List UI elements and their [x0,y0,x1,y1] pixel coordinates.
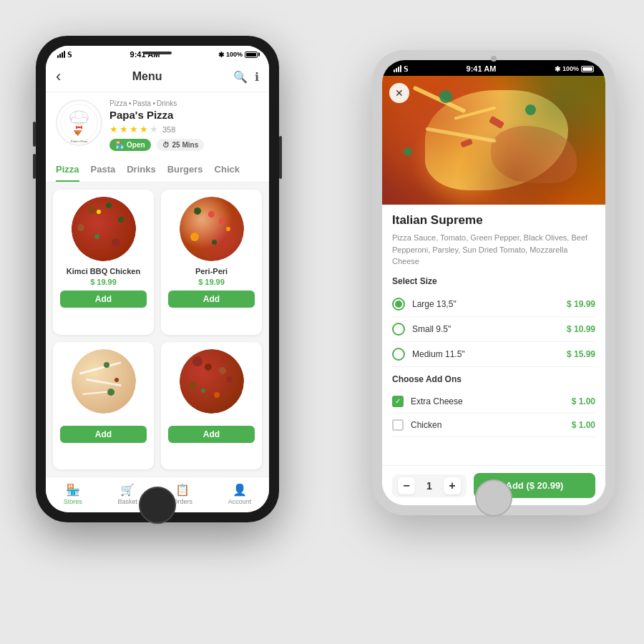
white-phone: 𝕊 9:41 AM ✱ 100% [372,50,615,515]
nav-account[interactable]: 👤 Account [228,483,252,505]
food-image-2 [180,197,244,261]
item-hero-image: ✕ [382,76,605,205]
vol-up-button [33,122,36,147]
tab-chick[interactable]: Chick [215,164,240,182]
item-title: Italian Supreme [392,213,595,228]
white-battery-icon [581,66,594,72]
basket-label: Basket [117,498,137,505]
time-label: 25 Mins [172,141,199,149]
addon-name-chicken: Chicken [411,420,441,430]
addon-extra-cheese[interactable]: ✓ Extra Cheese $ 1.00 [392,390,595,414]
addon-name-cheese: Extra Cheese [411,396,463,406]
white-signal: 𝕊 [394,65,408,73]
back-button[interactable]: ‹ [56,67,61,86]
search-icon[interactable]: 🔍 [233,70,248,84]
plus-button[interactable]: + [444,477,461,494]
checkbox-chicken[interactable] [392,419,404,431]
food-image-3 [72,349,136,414]
food-card-4: Add [161,342,262,470]
food-card-1: Kimci BBQ Chicken $ 19.99 Add [53,190,154,335]
white-battery: ✱ 100% [555,65,594,73]
white-time-display: 9:41 AM [467,64,497,73]
basket-icon: 🛒 [120,483,135,497]
stores-icon: 🏪 [66,483,80,497]
signal-status: 𝕊 [57,51,72,59]
close-button[interactable]: ✕ [389,83,409,103]
category-tabs: Pizza Pasta Drinks Burgers Chick [46,158,269,182]
svg-point-9 [78,134,79,135]
restaurant-name: Papa's Pizza [109,109,259,121]
account-label: Account [228,498,252,505]
item-description: Pizza Sauce, Tomato, Green Pepper, Black… [392,232,595,268]
header-title: Menu [132,70,162,83]
battery-status: ✱ 100% [218,51,258,59]
size-name-medium: Medium 11.5" [412,349,465,359]
white-status-bar: 𝕊 9:41 AM ✱ 100% [382,60,605,76]
size-price-medium: $ 15.99 [567,349,595,359]
info-icon[interactable]: ℹ [255,70,259,84]
white-home-button[interactable] [475,479,512,517]
restaurant-info: Papa's Pizza Pizza Pasta Drinks Papa's P… [46,92,269,158]
tab-burgers[interactable]: Burgers [167,164,203,182]
open-label: Open [127,141,145,149]
food-grid: Kimci BBQ Chicken $ 19.99 Add [46,182,269,477]
size-section-title: Select Size [392,276,595,286]
radio-small[interactable] [392,323,405,336]
food-image-4 [180,349,244,414]
restaurant-categories: Pizza Pasta Drinks [109,99,259,107]
addons-section: Choose Add Ons ✓ Extra Cheese $ 1.00 Chi… [392,374,595,437]
battery-percent: 100% [226,51,243,58]
tab-pasta[interactable]: Pasta [91,164,116,182]
app-header: ‹ Menu 🔍 ℹ [46,62,269,92]
rating-stars: ★ ★ ★ ★ ★ 358 [109,124,259,135]
food-image-1 [72,197,136,261]
home-button[interactable] [139,487,176,524]
size-option-small[interactable]: Small 9.5" $ 10.99 [392,317,595,342]
stores-label: Stores [64,498,82,505]
tab-drinks[interactable]: Drinks [127,164,155,182]
addon-price-cheese: $ 1.00 [572,396,595,406]
rating-count: 358 [162,125,175,134]
addon-chicken[interactable]: Chicken $ 1.00 [392,414,595,437]
checkbox-extra-cheese[interactable]: ✓ [392,396,404,407]
restaurant-logo: Papa's Pizza [56,99,102,146]
radio-medium[interactable] [392,348,405,361]
minus-button[interactable]: − [398,477,415,494]
size-option-medium[interactable]: Medium 11.5" $ 15.99 [392,342,595,367]
add-button-1[interactable]: Add [60,291,147,308]
battery-icon [245,52,258,58]
nav-basket[interactable]: 🛒 Basket [117,483,137,505]
food-card-2: Peri-Peri $ 19.99 Add [161,190,262,335]
radio-large[interactable] [392,298,405,311]
add-button-2[interactable]: Add [168,291,255,308]
vol-down-button [33,154,36,179]
addons-title: Choose Add Ons [392,374,595,384]
side-button [279,136,282,179]
size-name-small: Small 9.5" [412,324,451,334]
camera-dot [491,56,497,62]
food-name-1: Kimci BBQ Chicken [67,267,140,275]
header-actions: 🔍 ℹ [233,70,259,84]
svg-point-6 [78,127,80,129]
white-wifi-icon: 𝕊 [404,65,408,73]
food-name-2: Peri-Peri [195,267,228,275]
add-button-3[interactable]: Add [60,426,147,443]
pizza-hero-bg [382,76,605,205]
food-price-2: $ 19.99 [198,278,225,286]
size-option-large[interactable]: Large 13,5" $ 19.99 [392,292,595,317]
add-button-4[interactable]: Add [168,426,255,443]
quantity-value: 1 [422,480,436,492]
detail-content: Italian Supreme Pizza Sauce, Tomato, Gre… [382,205,605,465]
white-bluetooth-icon: ✱ [555,65,560,73]
black-phone-screen: 𝕊 9:41 AM ✱ 100% ‹ Menu 🔍 ℹ [46,46,269,512]
account-icon: 👤 [233,483,247,497]
food-card-3: Add [53,342,154,470]
quantity-control: − 1 + [392,474,467,497]
addon-price-chicken: $ 1.00 [572,420,595,430]
nav-stores[interactable]: 🏪 Stores [64,483,82,505]
size-name-large: Large 13,5" [412,299,457,309]
tab-pizza[interactable]: Pizza [56,164,79,182]
open-badge: 🏪 Open [109,139,151,151]
bluetooth-icon: ✱ [218,51,224,59]
svg-point-8 [75,132,77,135]
